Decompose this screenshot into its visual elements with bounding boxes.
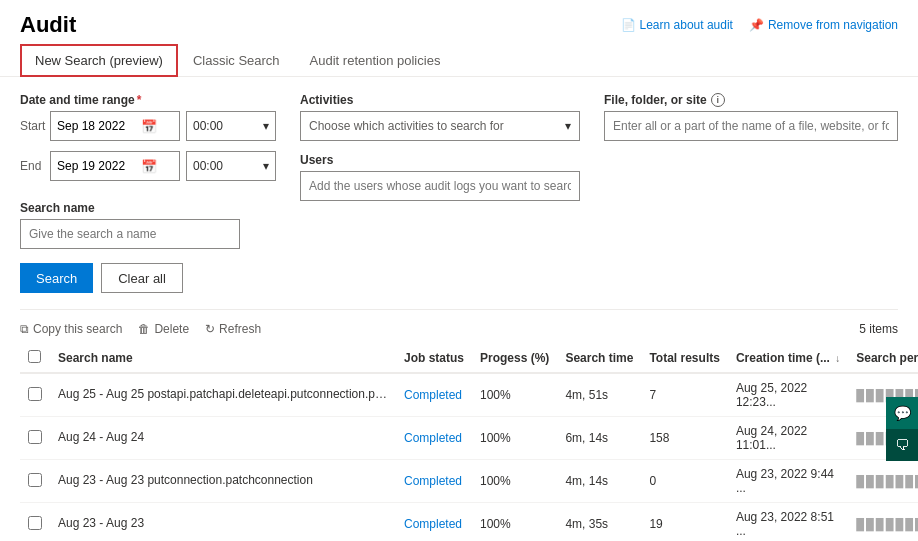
top-actions: 📄 Learn about audit 📌 Remove from naviga… (621, 18, 898, 32)
delete-button[interactable]: 🗑 Delete (138, 322, 189, 336)
right-panel: 💬 🗨 (886, 397, 918, 461)
select-all-checkbox[interactable] (28, 350, 41, 363)
search-name-input[interactable] (29, 220, 231, 248)
date-time-label: Date and time range* (20, 93, 276, 107)
table-row: Aug 24 - Aug 24 Completed 100% 6m, 14s 1… (20, 417, 918, 460)
refresh-button[interactable]: ↻ Refresh (205, 322, 261, 336)
file-input[interactable] (613, 112, 889, 140)
toolbar-left: ⧉ Copy this search 🗑 Delete ↻ Refresh (20, 322, 261, 336)
activities-group: Activities Choose which activities to se… (300, 93, 580, 249)
start-time-select[interactable]: 00:00 ▾ (186, 111, 276, 141)
copy-icon: ⧉ (20, 322, 29, 336)
users-label: Users (300, 153, 580, 167)
pin-icon: 📌 (749, 18, 764, 32)
clear-button[interactable]: Clear all (101, 263, 183, 293)
users-input-container[interactable] (300, 171, 580, 201)
page-title: Audit (20, 12, 76, 38)
info-circle-icon: 📄 (621, 18, 636, 32)
row-progress-2: 100% (472, 460, 557, 503)
row-creation-time-3: Aug 23, 2022 8:51 ... (728, 503, 848, 542)
chevron-down-icon: ▾ (263, 119, 269, 133)
row-checkbox-3[interactable] (28, 516, 42, 530)
search-name-group: Search name (20, 201, 276, 249)
row-creation-time-0: Aug 25, 2022 12:23... (728, 373, 848, 417)
row-checkbox-cell (20, 503, 50, 542)
row-status-3[interactable]: Completed (396, 503, 472, 542)
end-date-input[interactable]: 📅 (50, 151, 180, 181)
section-divider (20, 309, 898, 310)
users-group: Users (300, 153, 580, 201)
row-total-results-0: 7 (641, 373, 727, 417)
feedback-icon: 🗨 (895, 437, 909, 453)
row-progress-3: 100% (472, 503, 557, 542)
row-search-name-3: Aug 23 - Aug 23 (50, 503, 396, 542)
search-name-container[interactable] (20, 219, 240, 249)
tab-retention-policies[interactable]: Audit retention policies (295, 44, 456, 77)
file-input-container[interactable] (604, 111, 898, 141)
row-checkbox-cell (20, 373, 50, 417)
feedback-button[interactable]: 🗨 (886, 429, 918, 461)
start-date-field[interactable] (57, 119, 137, 133)
col-performed-by: Search performed by (848, 344, 918, 373)
row-status-0[interactable]: Completed (396, 373, 472, 417)
calendar-icon-end[interactable]: 📅 (141, 159, 157, 174)
results-toolbar: ⧉ Copy this search 🗑 Delete ↻ Refresh 5 … (20, 318, 898, 344)
row-total-results-3: 19 (641, 503, 727, 542)
col-creation-time: Creation time (... ↓ (728, 344, 848, 373)
learn-about-audit-link[interactable]: 📄 Learn about audit (621, 18, 733, 32)
start-date-input[interactable]: 📅 (50, 111, 180, 141)
chat-button[interactable]: 💬 (886, 397, 918, 429)
row-checkbox-cell (20, 460, 50, 503)
row-performed-by-2: ████████████ (848, 460, 918, 503)
copy-search-button[interactable]: ⧉ Copy this search (20, 322, 122, 336)
activities-label: Activities (300, 93, 580, 107)
activities-select[interactable]: Choose which activities to search for ▾ (300, 111, 580, 141)
search-name-label: Search name (20, 201, 276, 215)
row-checkbox-0[interactable] (28, 387, 42, 401)
start-label: Start (20, 119, 50, 133)
tab-classic-search[interactable]: Classic Search (178, 44, 295, 77)
row-search-time-3: 4m, 35s (557, 503, 641, 542)
users-input[interactable] (309, 172, 571, 200)
search-form: Date and time range* Start 📅 00:00 ▾ End… (20, 93, 898, 249)
file-info-icon[interactable]: i (711, 93, 725, 107)
row-search-name-2: Aug 23 - Aug 23 putconnection.patchconne… (50, 460, 396, 503)
main-content: Date and time range* Start 📅 00:00 ▾ End… (0, 77, 918, 541)
chat-icon: 💬 (894, 405, 911, 421)
row-checkbox-2[interactable] (28, 473, 42, 487)
col-progress: Progess (%) (472, 344, 557, 373)
row-progress-0: 100% (472, 373, 557, 417)
search-button[interactable]: Search (20, 263, 93, 293)
end-date-row: End 📅 00:00 ▾ (20, 151, 276, 181)
row-status-1[interactable]: Completed (396, 417, 472, 460)
remove-from-nav-link[interactable]: 📌 Remove from navigation (749, 18, 898, 32)
table-row: Aug 25 - Aug 25 postapi.patchapi.deletea… (20, 373, 918, 417)
row-performed-by-3: ████████████ (848, 503, 918, 542)
col-job-status: Job status (396, 344, 472, 373)
row-search-name-0: Aug 25 - Aug 25 postapi.patchapi.deletea… (50, 373, 396, 417)
refresh-icon: ↻ (205, 322, 215, 336)
table-body: Aug 25 - Aug 25 postapi.patchapi.deletea… (20, 373, 918, 541)
start-date-row: Start 📅 00:00 ▾ (20, 111, 276, 141)
table-row: Aug 23 - Aug 23 Completed 100% 4m, 35s 1… (20, 503, 918, 542)
results-table: Search name Job status Progess (%) Searc… (20, 344, 918, 541)
row-status-2[interactable]: Completed (396, 460, 472, 503)
end-label: End (20, 159, 50, 173)
col-search-time: Search time (557, 344, 641, 373)
items-count: 5 items (859, 322, 898, 336)
row-progress-1: 100% (472, 417, 557, 460)
end-date-field[interactable] (57, 159, 137, 173)
table-header-row: Search name Job status Progess (%) Searc… (20, 344, 918, 373)
table-row: Aug 23 - Aug 23 putconnection.patchconne… (20, 460, 918, 503)
tab-new-search[interactable]: New Search (preview) (20, 44, 178, 77)
header-checkbox-col (20, 344, 50, 373)
top-bar: Audit 📄 Learn about audit 📌 Remove from … (0, 0, 918, 44)
row-total-results-1: 158 (641, 417, 727, 460)
calendar-icon-start[interactable]: 📅 (141, 119, 157, 134)
form-buttons: Search Clear all (20, 263, 898, 293)
row-checkbox-1[interactable] (28, 430, 42, 444)
chevron-down-icon-end: ▾ (263, 159, 269, 173)
activities-chevron-icon: ▾ (565, 119, 571, 133)
row-creation-time-2: Aug 23, 2022 9:44 ... (728, 460, 848, 503)
end-time-select[interactable]: 00:00 ▾ (186, 151, 276, 181)
